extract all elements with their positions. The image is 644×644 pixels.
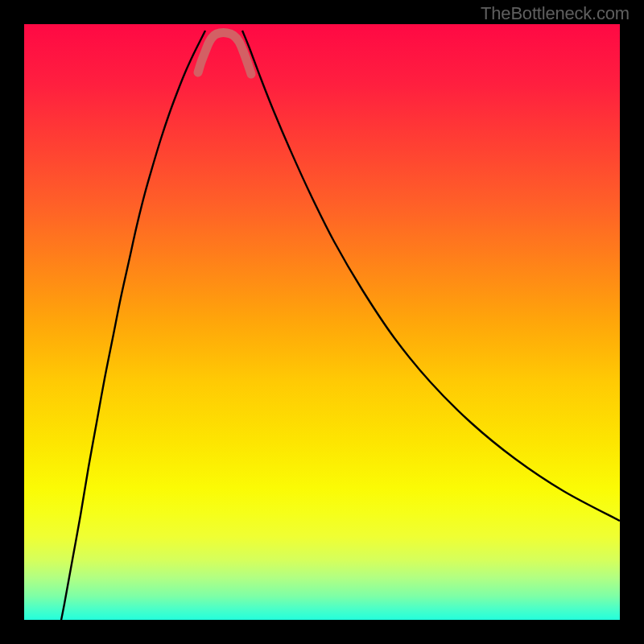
- series-right-curve: [242, 31, 620, 521]
- series-trough-red: [198, 33, 251, 74]
- curve-layer: [24, 24, 620, 620]
- series-left-curve: [58, 31, 205, 620]
- watermark-text: TheBottleneck.com: [481, 3, 630, 24]
- chart-frame: TheBottleneck.com: [0, 0, 644, 644]
- plot-area: [24, 24, 620, 620]
